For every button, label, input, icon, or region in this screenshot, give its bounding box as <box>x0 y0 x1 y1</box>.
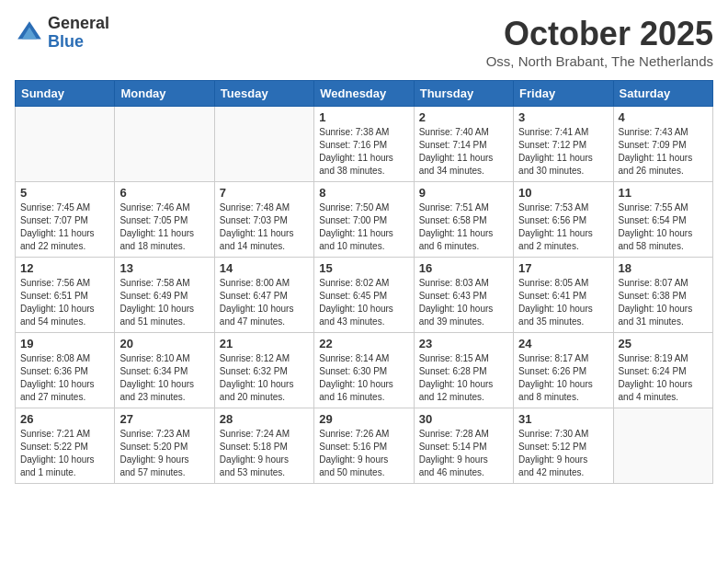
logo-icon <box>15 18 44 48</box>
calendar-cell: 22Sunrise: 8:14 AM Sunset: 6:30 PM Dayli… <box>314 333 414 408</box>
day-number: 8 <box>319 186 408 200</box>
day-number: 29 <box>319 412 408 426</box>
calendar-cell: 17Sunrise: 8:05 AM Sunset: 6:41 PM Dayli… <box>514 258 613 333</box>
calendar-cell: 24Sunrise: 8:17 AM Sunset: 6:26 PM Dayli… <box>514 333 613 408</box>
day-number: 1 <box>319 110 408 124</box>
day-number: 28 <box>220 412 309 426</box>
day-number: 7 <box>220 186 309 200</box>
calendar-week-row: 5Sunrise: 7:45 AM Sunset: 7:07 PM Daylig… <box>16 182 713 258</box>
calendar-cell: 9Sunrise: 7:51 AM Sunset: 6:58 PM Daylig… <box>414 182 513 258</box>
calendar-header: SundayMondayTuesdayWednesdayThursdayFrid… <box>16 81 713 107</box>
logo-blue: Blue <box>48 33 109 52</box>
day-number: 13 <box>119 261 209 275</box>
day-number: 2 <box>419 110 508 124</box>
day-info: Sunrise: 8:03 AM Sunset: 6:43 PM Dayligh… <box>419 277 508 328</box>
title-block: October 2025 Oss, North Brabant, The Net… <box>486 15 713 69</box>
calendar-cell <box>613 408 712 484</box>
day-info: Sunrise: 7:21 AM Sunset: 5:22 PM Dayligh… <box>20 428 109 479</box>
calendar-cell: 27Sunrise: 7:23 AM Sunset: 5:20 PM Dayli… <box>115 408 214 484</box>
calendar-cell: 30Sunrise: 7:28 AM Sunset: 5:14 PM Dayli… <box>414 408 513 484</box>
calendar-cell: 12Sunrise: 7:56 AM Sunset: 6:51 PM Dayli… <box>16 258 115 333</box>
calendar-cell: 1Sunrise: 7:38 AM Sunset: 7:16 PM Daylig… <box>314 107 414 182</box>
day-info: Sunrise: 8:05 AM Sunset: 6:41 PM Dayligh… <box>518 277 608 328</box>
day-number: 26 <box>20 412 109 426</box>
calendar-cell: 31Sunrise: 7:30 AM Sunset: 5:12 PM Dayli… <box>514 408 613 484</box>
header-row: SundayMondayTuesdayWednesdayThursdayFrid… <box>16 81 713 107</box>
day-info: Sunrise: 8:07 AM Sunset: 6:38 PM Dayligh… <box>619 277 708 328</box>
day-info: Sunrise: 8:19 AM Sunset: 6:24 PM Dayligh… <box>619 352 708 404</box>
logo: General Blue <box>15 15 109 52</box>
day-number: 21 <box>220 337 309 350</box>
day-info: Sunrise: 8:15 AM Sunset: 6:28 PM Dayligh… <box>419 352 508 404</box>
calendar-cell: 5Sunrise: 7:45 AM Sunset: 7:07 PM Daylig… <box>16 182 115 258</box>
day-info: Sunrise: 7:50 AM Sunset: 7:00 PM Dayligh… <box>319 201 408 253</box>
day-info: Sunrise: 8:17 AM Sunset: 6:26 PM Dayligh… <box>518 352 608 404</box>
day-info: Sunrise: 7:55 AM Sunset: 6:54 PM Dayligh… <box>619 201 708 253</box>
calendar-body: 1Sunrise: 7:38 AM Sunset: 7:16 PM Daylig… <box>16 107 713 484</box>
weekday-header: Thursday <box>414 81 513 107</box>
calendar-week-row: 19Sunrise: 8:08 AM Sunset: 6:36 PM Dayli… <box>16 333 713 408</box>
calendar-cell: 21Sunrise: 8:12 AM Sunset: 6:32 PM Dayli… <box>214 333 313 408</box>
day-info: Sunrise: 7:53 AM Sunset: 6:56 PM Dayligh… <box>518 201 608 253</box>
day-info: Sunrise: 7:38 AM Sunset: 7:16 PM Dayligh… <box>319 126 408 178</box>
calendar-cell <box>214 107 313 182</box>
day-number: 27 <box>119 412 209 426</box>
page-header: General Blue October 2025 Oss, North Bra… <box>15 15 713 69</box>
weekday-header: Sunday <box>16 81 115 107</box>
calendar-cell: 23Sunrise: 8:15 AM Sunset: 6:28 PM Dayli… <box>414 333 513 408</box>
calendar-cell: 19Sunrise: 8:08 AM Sunset: 6:36 PM Dayli… <box>16 333 115 408</box>
day-info: Sunrise: 7:51 AM Sunset: 6:58 PM Dayligh… <box>419 201 508 253</box>
calendar-cell <box>16 107 115 182</box>
calendar-cell: 3Sunrise: 7:41 AM Sunset: 7:12 PM Daylig… <box>514 107 613 182</box>
day-number: 19 <box>20 337 109 350</box>
day-number: 20 <box>119 337 209 350</box>
day-info: Sunrise: 7:40 AM Sunset: 7:14 PM Dayligh… <box>419 126 508 178</box>
day-number: 9 <box>419 186 508 200</box>
logo-text: General Blue <box>48 15 109 52</box>
calendar-cell: 10Sunrise: 7:53 AM Sunset: 6:56 PM Dayli… <box>514 182 613 258</box>
month-title: October 2025 <box>486 15 713 53</box>
calendar-cell: 8Sunrise: 7:50 AM Sunset: 7:00 PM Daylig… <box>314 182 414 258</box>
day-info: Sunrise: 8:00 AM Sunset: 6:47 PM Dayligh… <box>220 277 309 328</box>
calendar-week-row: 1Sunrise: 7:38 AM Sunset: 7:16 PM Daylig… <box>16 107 713 182</box>
calendar-cell: 7Sunrise: 7:48 AM Sunset: 7:03 PM Daylig… <box>214 182 313 258</box>
calendar-cell: 15Sunrise: 8:02 AM Sunset: 6:45 PM Dayli… <box>314 258 414 333</box>
day-info: Sunrise: 7:24 AM Sunset: 5:18 PM Dayligh… <box>220 428 309 479</box>
day-number: 23 <box>419 337 508 350</box>
day-number: 24 <box>518 337 608 350</box>
day-number: 30 <box>419 412 508 426</box>
day-number: 4 <box>619 110 708 124</box>
day-number: 14 <box>220 261 309 275</box>
day-info: Sunrise: 7:41 AM Sunset: 7:12 PM Dayligh… <box>518 126 608 178</box>
calendar-cell: 25Sunrise: 8:19 AM Sunset: 6:24 PM Dayli… <box>613 333 712 408</box>
weekday-header: Tuesday <box>214 81 313 107</box>
day-info: Sunrise: 7:48 AM Sunset: 7:03 PM Dayligh… <box>220 201 309 253</box>
day-info: Sunrise: 7:26 AM Sunset: 5:16 PM Dayligh… <box>319 428 408 479</box>
calendar-week-row: 26Sunrise: 7:21 AM Sunset: 5:22 PM Dayli… <box>16 408 713 484</box>
weekday-header: Friday <box>514 81 613 107</box>
day-info: Sunrise: 7:30 AM Sunset: 5:12 PM Dayligh… <box>518 428 608 479</box>
day-number: 15 <box>319 261 408 275</box>
day-number: 25 <box>619 337 708 350</box>
day-number: 12 <box>20 261 109 275</box>
calendar-cell: 2Sunrise: 7:40 AM Sunset: 7:14 PM Daylig… <box>414 107 513 182</box>
day-info: Sunrise: 7:58 AM Sunset: 6:49 PM Dayligh… <box>119 277 209 328</box>
day-number: 3 <box>518 110 608 124</box>
day-info: Sunrise: 7:23 AM Sunset: 5:20 PM Dayligh… <box>119 428 209 479</box>
calendar: SundayMondayTuesdayWednesdayThursdayFrid… <box>15 80 713 484</box>
weekday-header: Saturday <box>613 81 712 107</box>
day-number: 16 <box>419 261 508 275</box>
day-number: 10 <box>518 186 608 200</box>
calendar-cell: 28Sunrise: 7:24 AM Sunset: 5:18 PM Dayli… <box>214 408 313 484</box>
day-info: Sunrise: 8:10 AM Sunset: 6:34 PM Dayligh… <box>119 352 209 404</box>
day-number: 31 <box>518 412 608 426</box>
calendar-cell: 11Sunrise: 7:55 AM Sunset: 6:54 PM Dayli… <box>613 182 712 258</box>
day-info: Sunrise: 8:12 AM Sunset: 6:32 PM Dayligh… <box>220 352 309 404</box>
calendar-cell: 20Sunrise: 8:10 AM Sunset: 6:34 PM Dayli… <box>115 333 214 408</box>
calendar-cell: 13Sunrise: 7:58 AM Sunset: 6:49 PM Dayli… <box>115 258 214 333</box>
logo-general: General <box>48 15 109 33</box>
day-info: Sunrise: 7:45 AM Sunset: 7:07 PM Dayligh… <box>20 201 109 253</box>
location: Oss, North Brabant, The Netherlands <box>486 53 713 69</box>
day-info: Sunrise: 7:56 AM Sunset: 6:51 PM Dayligh… <box>20 277 109 328</box>
calendar-cell: 26Sunrise: 7:21 AM Sunset: 5:22 PM Dayli… <box>16 408 115 484</box>
